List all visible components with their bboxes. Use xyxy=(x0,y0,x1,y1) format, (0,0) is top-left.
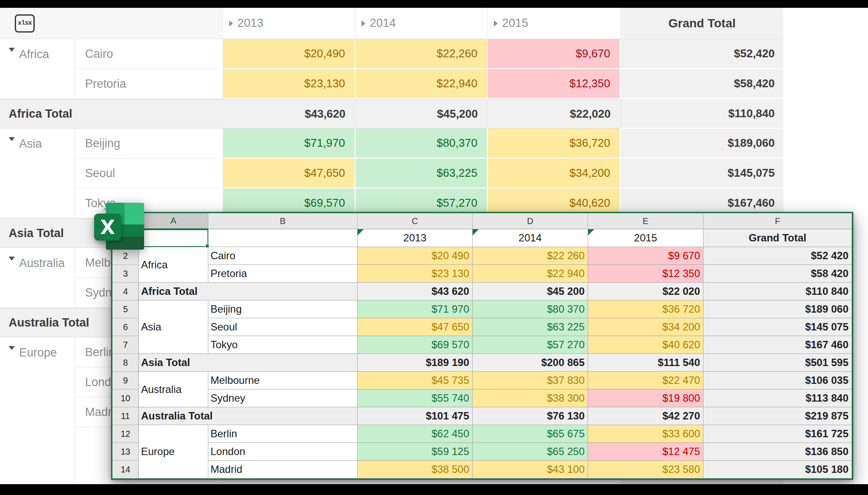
row-header-3[interactable]: 3 xyxy=(112,265,139,283)
column-header-E[interactable]: E xyxy=(588,213,704,229)
cell-B5[interactable]: Beijing xyxy=(208,300,358,318)
cell-F2[interactable]: $52 420 xyxy=(704,247,852,265)
cell-F11[interactable]: $219 875 xyxy=(704,407,852,425)
cell-B13[interactable]: London xyxy=(208,443,358,461)
cell-E4[interactable]: $22 020 xyxy=(588,283,704,300)
cell-E2[interactable]: $9 670 xyxy=(588,247,704,265)
cell-F9[interactable]: $106 035 xyxy=(704,372,852,389)
collapse-down-icon[interactable] xyxy=(9,137,15,141)
cell-C4[interactable]: $43 620 xyxy=(358,283,473,300)
row-header-12[interactable]: 12 xyxy=(112,425,139,443)
row-header-13[interactable]: 13 xyxy=(112,443,139,461)
cell-C5[interactable]: $71 970 xyxy=(358,300,473,318)
cell-F4[interactable]: $110 840 xyxy=(704,283,852,300)
cell-C6[interactable]: $47 650 xyxy=(358,318,473,336)
cell-A8[interactable]: Asia Total xyxy=(139,354,358,372)
expand-right-icon[interactable] xyxy=(229,20,233,26)
cell-D13[interactable]: $65 250 xyxy=(473,443,588,461)
cell-F12[interactable]: $161 725 xyxy=(704,425,852,443)
cell-E3[interactable]: $12 350 xyxy=(588,265,704,283)
cell-E14[interactable]: $23 580 xyxy=(588,461,704,478)
cell-D10[interactable]: $38 300 xyxy=(473,389,588,407)
column-header-A[interactable]: A xyxy=(139,213,208,229)
collapse-down-icon[interactable] xyxy=(9,257,15,261)
row-header-4[interactable]: 4 xyxy=(112,283,139,300)
cell-D4[interactable]: $45 200 xyxy=(473,283,588,300)
cell-C3[interactable]: $23 130 xyxy=(358,265,473,283)
cell-C7[interactable]: $69 570 xyxy=(358,336,473,354)
pivot-group-australia[interactable]: Australia xyxy=(0,248,75,308)
cell-B1[interactable] xyxy=(208,229,358,247)
cell-F1[interactable]: Grand Total xyxy=(704,229,852,247)
row-header-8[interactable]: 8 xyxy=(112,354,139,372)
cell-D6[interactable]: $63 225 xyxy=(473,318,588,336)
cell-E8[interactable]: $111 540 xyxy=(588,354,704,372)
row-header-5[interactable]: 5 xyxy=(112,300,139,318)
pivot-year-header-2013[interactable]: 2013 xyxy=(223,8,355,39)
cell-B12[interactable]: Berlin xyxy=(208,425,358,443)
cell-D5[interactable]: $80 370 xyxy=(473,300,588,318)
cell-C10[interactable]: $55 740 xyxy=(358,389,473,407)
row-header-14[interactable]: 14 xyxy=(112,461,139,478)
row-header-6[interactable]: 6 xyxy=(112,318,139,336)
cell-D14[interactable]: $43 100 xyxy=(473,461,588,478)
expand-right-icon[interactable] xyxy=(494,20,498,26)
pivot-year-header-2014[interactable]: 2014 xyxy=(355,8,488,39)
cell-D3[interactable]: $22 940 xyxy=(473,265,588,283)
row-header-7[interactable]: 7 xyxy=(112,336,139,354)
column-header-C[interactable]: C xyxy=(358,213,473,229)
cell-E11[interactable]: $42 270 xyxy=(588,407,704,425)
cell-C9[interactable]: $45 735 xyxy=(358,372,473,389)
cell-F14[interactable]: $105 180 xyxy=(704,461,852,478)
pivot-group-europe[interactable]: Europe xyxy=(0,337,75,495)
cell-B2[interactable]: Cairo xyxy=(208,247,358,265)
cell-E6[interactable]: $34 200 xyxy=(588,318,704,336)
cell-A11[interactable]: Australia Total xyxy=(139,407,358,425)
cell-E1[interactable]: 2015 xyxy=(588,229,704,247)
xlsx-export-icon[interactable]: xlsx xyxy=(15,14,35,33)
cell-A2[interactable]: Africa xyxy=(139,247,208,283)
expand-right-icon[interactable] xyxy=(362,20,365,26)
cell-F10[interactable]: $113 840 xyxy=(704,389,852,407)
row-header-9[interactable]: 9 xyxy=(112,372,139,389)
cell-B3[interactable]: Pretoria xyxy=(208,265,358,283)
cell-C14[interactable]: $38 500 xyxy=(358,461,473,478)
cell-F5[interactable]: $189 060 xyxy=(704,300,852,318)
column-header-F[interactable]: F xyxy=(704,213,852,229)
cell-A5[interactable]: Asia xyxy=(139,300,208,354)
collapse-down-icon[interactable] xyxy=(9,48,15,52)
cell-F3[interactable]: $58 420 xyxy=(704,265,852,283)
cell-E13[interactable]: $12 475 xyxy=(588,443,704,461)
cell-D1[interactable]: 2014 xyxy=(473,229,588,247)
cell-B6[interactable]: Seoul xyxy=(208,318,358,336)
cell-F8[interactable]: $501 595 xyxy=(704,354,852,372)
cell-D2[interactable]: $22 260 xyxy=(473,247,588,265)
cell-F6[interactable]: $145 075 xyxy=(704,318,852,336)
cell-F13[interactable]: $136 850 xyxy=(704,443,852,461)
row-header-11[interactable]: 11 xyxy=(112,407,139,425)
cell-C2[interactable]: $20 490 xyxy=(358,247,473,265)
cell-A4[interactable]: Africa Total xyxy=(139,283,358,300)
cell-C13[interactable]: $59 125 xyxy=(358,443,473,461)
pivot-group-africa[interactable]: Africa xyxy=(0,39,75,99)
cell-B7[interactable]: Tokyo xyxy=(208,336,358,354)
cell-B9[interactable]: Melbourne xyxy=(208,372,358,389)
cell-C1[interactable]: 2013 xyxy=(358,229,473,247)
pivot-year-header-2015[interactable]: 2015 xyxy=(488,8,621,39)
cell-A12[interactable]: Europe xyxy=(139,425,208,478)
cell-E10[interactable]: $19 800 xyxy=(588,389,704,407)
row-header-10[interactable]: 10 xyxy=(112,389,139,407)
column-header-B[interactable]: B xyxy=(208,213,358,229)
column-header-D[interactable]: D xyxy=(473,213,588,229)
cell-B10[interactable]: Sydney xyxy=(208,389,358,407)
cell-E5[interactable]: $36 720 xyxy=(588,300,704,318)
cell-C8[interactable]: $189 190 xyxy=(358,354,473,372)
cell-F7[interactable]: $167 460 xyxy=(704,336,852,354)
cell-B14[interactable]: Madrid xyxy=(208,461,358,478)
cell-C11[interactable]: $101 475 xyxy=(358,407,473,425)
cell-D12[interactable]: $65 675 xyxy=(473,425,588,443)
pivot-group-asia[interactable]: Asia xyxy=(0,129,75,218)
cell-D7[interactable]: $57 270 xyxy=(473,336,588,354)
cell-C12[interactable]: $62 450 xyxy=(358,425,473,443)
cell-D9[interactable]: $37 830 xyxy=(473,372,588,389)
